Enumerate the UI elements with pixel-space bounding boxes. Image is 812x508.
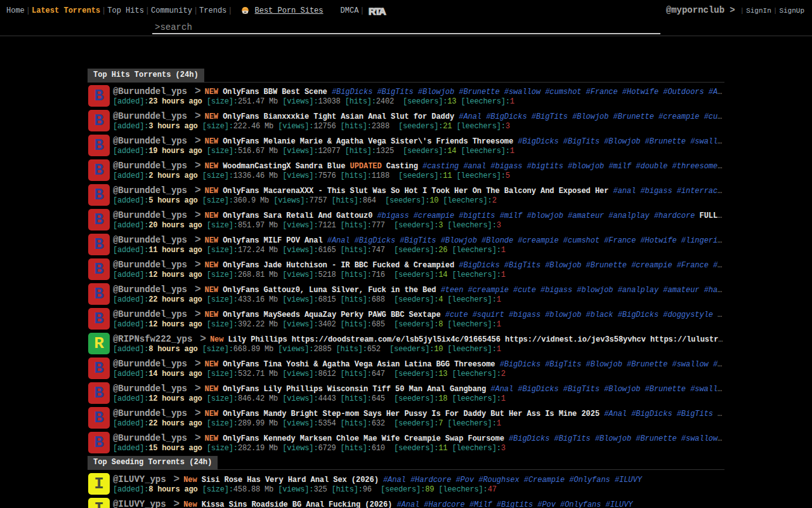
svg-text:RTA: RTA xyxy=(369,6,386,16)
